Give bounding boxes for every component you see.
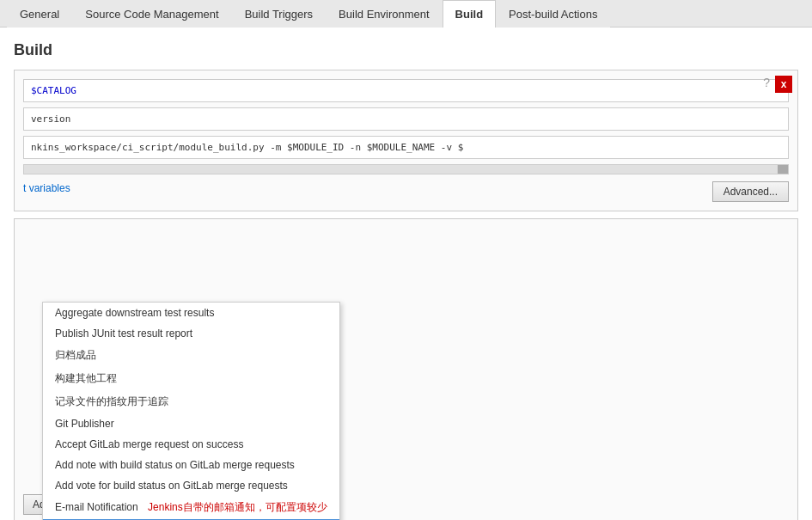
dropdown-item-7[interactable]: Add note with build status on GitLab mer… <box>43 455 339 475</box>
annotation-email: Jenkins自带的邮箱通知，可配置项较少 <box>148 501 327 513</box>
env-advanced-row: t variables Advanced... <box>23 181 789 202</box>
advanced-button[interactable]: Advanced... <box>712 181 789 202</box>
tab-build-triggers[interactable]: Build Triggers <box>232 0 326 28</box>
scrollbar-thumb <box>778 165 788 174</box>
code-block-1: $CATALOG <box>23 79 789 102</box>
dropdown-item-1[interactable]: Publish JUnit test result report <box>43 323 339 344</box>
post-build-section: Aggregate downstream test results Publis… <box>14 218 798 520</box>
env-vars-link[interactable]: t variables <box>23 182 70 194</box>
dropdown-item-5[interactable]: Git Publisher <box>43 413 339 434</box>
tab-source-code[interactable]: Source Code Management <box>72 0 231 28</box>
dropdown-item-2[interactable]: 归档成品 <box>43 344 339 367</box>
dropdown-item-0[interactable]: Aggregate downstream test results <box>43 303 339 323</box>
build-section: x ? $CATALOG version nkins_workspace/ci_… <box>14 70 798 211</box>
dropdown-item-8[interactable]: Add vote for build status on GitLab merg… <box>43 475 339 496</box>
tab-bar: General Source Code Management Build Tri… <box>0 0 812 28</box>
tab-post-build[interactable]: Post-build Actions <box>496 0 610 28</box>
code-block-3: nkins_workspace/ci_script/module_build.p… <box>23 136 789 159</box>
page-title: Build <box>14 41 798 59</box>
help-icon[interactable]: ? <box>763 76 770 89</box>
tab-general[interactable]: General <box>7 0 72 28</box>
code-catalog: $CATALOG <box>31 85 76 96</box>
scrollbar[interactable] <box>23 164 789 174</box>
dropdown-item-4[interactable]: 记录文件的指纹用于追踪 <box>43 390 339 413</box>
tab-build[interactable]: Build <box>443 0 497 28</box>
tab-build-environment[interactable]: Build Environment <box>326 0 443 28</box>
code-block-2: version <box>23 107 789 131</box>
dropdown-item-email[interactable]: E-mail Notification Jenkins自带的邮箱通知，可配置项较… <box>43 496 339 519</box>
main-content: Build x ? $CATALOG version nkins_workspa… <box>0 28 812 520</box>
dropdown-item-6[interactable]: Accept GitLab merge request on success <box>43 434 339 455</box>
dropdown-menu: Aggregate downstream test results Publis… <box>42 302 340 520</box>
code-path: nkins_workspace/ci_script/module_build.p… <box>31 142 463 153</box>
dropdown-item-3[interactable]: 构建其他工程 <box>43 367 339 390</box>
close-button[interactable]: x <box>775 76 792 93</box>
code-version: version <box>31 113 70 125</box>
